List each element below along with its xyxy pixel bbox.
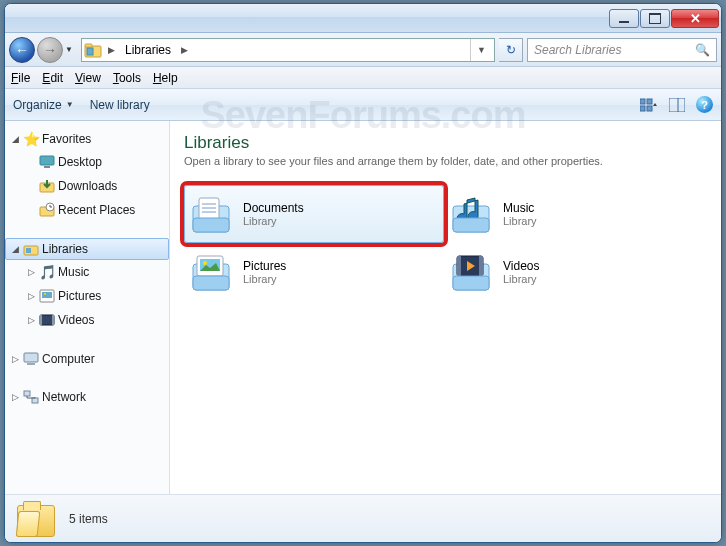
- sidebar-label: Favorites: [42, 132, 91, 146]
- svg-rect-31: [193, 218, 229, 232]
- view-mode-button[interactable]: [640, 97, 658, 113]
- body: ◢ ⭐ Favorites Desktop Downl: [5, 121, 721, 494]
- sidebar-network[interactable]: ▷ Network: [5, 386, 169, 408]
- menu-file[interactable]: File: [11, 71, 30, 85]
- history-dropdown[interactable]: ▼: [65, 45, 77, 54]
- sidebar-favorites[interactable]: ◢ ⭐ Favorites: [5, 128, 169, 150]
- organize-button[interactable]: Organize ▼: [13, 98, 74, 112]
- videos-icon: [449, 250, 493, 294]
- music-icon: [449, 192, 493, 236]
- search-icon: 🔍: [695, 43, 710, 57]
- sidebar-desktop[interactable]: Desktop: [21, 151, 169, 173]
- svg-rect-6: [647, 106, 652, 111]
- videos-icon: [39, 312, 55, 328]
- sidebar-label: Recent Places: [58, 203, 135, 217]
- libraries-icon: [23, 241, 39, 257]
- sidebar-recent[interactable]: Recent Places: [21, 199, 169, 221]
- svg-rect-2: [87, 48, 93, 55]
- expand-icon[interactable]: ▷: [26, 267, 36, 277]
- svg-rect-38: [193, 276, 229, 290]
- sidebar-videos[interactable]: ▷ Videos: [21, 309, 169, 331]
- help-button[interactable]: ?: [696, 96, 713, 113]
- sidebar-label: Music: [58, 265, 89, 279]
- back-button[interactable]: ←: [9, 37, 35, 63]
- chevron-down-icon: ▼: [66, 100, 74, 109]
- expand-icon[interactable]: ▷: [10, 392, 20, 402]
- content-pane: Libraries Open a library to see your fil…: [170, 121, 721, 494]
- menu-view[interactable]: View: [75, 71, 101, 85]
- new-library-button[interactable]: New library: [90, 98, 150, 112]
- sidebar-music[interactable]: ▷ 🎵 Music: [21, 261, 169, 283]
- svg-rect-19: [40, 315, 54, 325]
- svg-rect-3: [640, 99, 645, 104]
- library-pictures[interactable]: Pictures Library: [184, 243, 444, 301]
- downloads-icon: [39, 178, 55, 194]
- explorer-window: SevenForums.com ← → ▼ ▶ Libraries ▶ ▼ ↻ …: [4, 3, 722, 543]
- expand-icon[interactable]: ▷: [26, 315, 36, 325]
- library-documents[interactable]: Documents Library: [184, 185, 444, 243]
- nav-bar: ← → ▼ ▶ Libraries ▶ ▼ ↻ Search Libraries…: [5, 33, 721, 67]
- maximize-button[interactable]: [640, 9, 670, 28]
- sidebar-computer[interactable]: ▷ Computer: [5, 348, 169, 370]
- svg-rect-10: [44, 166, 50, 168]
- sidebar-pictures[interactable]: ▷ Pictures: [21, 285, 169, 307]
- toolbar: Organize ▼ New library ?: [5, 89, 721, 121]
- svg-rect-5: [640, 106, 645, 111]
- sidebar-label: Videos: [58, 313, 94, 327]
- computer-icon: [23, 351, 39, 367]
- breadcrumb-libraries[interactable]: Libraries: [121, 43, 175, 57]
- library-videos[interactable]: Videos Library: [444, 243, 704, 301]
- menu-tools[interactable]: Tools: [113, 71, 141, 85]
- svg-rect-23: [27, 363, 35, 365]
- chevron-right-icon[interactable]: ▶: [179, 45, 190, 55]
- menu-edit[interactable]: Edit: [42, 71, 63, 85]
- sidebar-downloads[interactable]: Downloads: [21, 175, 169, 197]
- expand-icon[interactable]: ▷: [26, 291, 36, 301]
- svg-rect-33: [453, 218, 489, 232]
- collapse-icon[interactable]: ◢: [10, 134, 20, 144]
- library-name: Documents: [243, 201, 304, 215]
- preview-pane-button[interactable]: [668, 97, 686, 113]
- library-name: Videos: [503, 259, 539, 273]
- library-music[interactable]: Music Library: [444, 185, 704, 243]
- status-text: 5 items: [69, 512, 108, 526]
- search-input[interactable]: Search Libraries 🔍: [527, 38, 717, 62]
- sidebar-label: Desktop: [58, 155, 102, 169]
- expand-icon[interactable]: ▷: [10, 354, 20, 364]
- library-name: Pictures: [243, 259, 286, 273]
- documents-icon: [189, 192, 233, 236]
- svg-point-37: [203, 261, 207, 265]
- close-button[interactable]: [671, 9, 719, 28]
- library-type: Library: [503, 215, 537, 227]
- recent-icon: [39, 202, 55, 218]
- svg-rect-25: [32, 398, 38, 403]
- svg-rect-42: [479, 256, 483, 276]
- folder-icon: [15, 501, 57, 537]
- svg-rect-1: [85, 44, 92, 47]
- new-library-label: New library: [90, 98, 150, 112]
- sidebar-label: Downloads: [58, 179, 117, 193]
- svg-rect-7: [669, 98, 685, 112]
- pictures-icon: [189, 250, 233, 294]
- desktop-icon: [39, 154, 55, 170]
- svg-rect-22: [24, 353, 38, 362]
- menu-bar: File Edit View Tools Help: [5, 67, 721, 89]
- refresh-button[interactable]: ↻: [499, 38, 523, 62]
- status-bar: 5 items: [5, 494, 721, 542]
- address-bar[interactable]: ▶ Libraries ▶ ▼: [81, 38, 495, 62]
- collapse-icon[interactable]: ◢: [10, 244, 20, 254]
- sidebar-label: Libraries: [42, 242, 88, 256]
- sidebar-label: Computer: [42, 352, 95, 366]
- page-subtitle: Open a library to see your files and arr…: [184, 155, 707, 167]
- sidebar-label: Pictures: [58, 289, 101, 303]
- forward-button[interactable]: →: [37, 37, 63, 63]
- menu-help[interactable]: Help: [153, 71, 178, 85]
- chevron-right-icon: ▶: [106, 45, 117, 55]
- sidebar-label: Network: [42, 390, 86, 404]
- svg-rect-21: [52, 315, 54, 325]
- minimize-button[interactable]: [609, 9, 639, 28]
- sidebar-libraries[interactable]: ◢ Libraries: [5, 238, 169, 260]
- star-icon: ⭐: [23, 131, 39, 147]
- library-type: Library: [503, 273, 539, 285]
- address-dropdown[interactable]: ▼: [470, 39, 492, 61]
